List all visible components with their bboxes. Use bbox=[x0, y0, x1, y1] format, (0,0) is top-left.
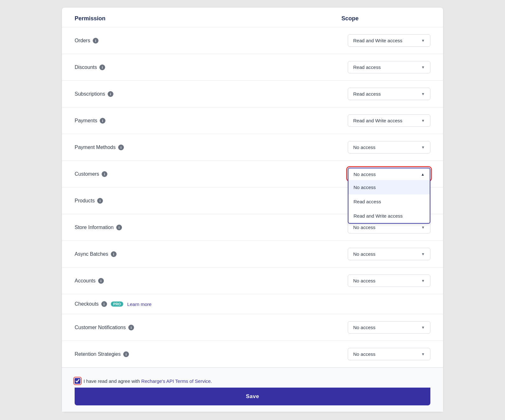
customer-notifications-label: Customer Notifications i bbox=[75, 325, 134, 330]
async-batches-chevron-down-icon: ▼ bbox=[421, 252, 425, 256]
permission-column-header: Permission bbox=[75, 15, 105, 22]
permissions-table: Permission Scope Orders i Read and Write… bbox=[62, 8, 443, 368]
row-orders: Orders i Read and Write access ▼ bbox=[62, 27, 443, 54]
orders-dropdown-container: Read and Write access ▼ bbox=[348, 34, 430, 47]
store-information-text: Store Information bbox=[75, 225, 114, 230]
payments-chevron-down-icon: ▼ bbox=[421, 119, 425, 123]
orders-text: Orders bbox=[75, 38, 90, 44]
scope-column-header: Scope bbox=[341, 15, 430, 22]
payments-label: Payments i bbox=[75, 118, 105, 124]
accounts-dropdown-container: No access ▼ bbox=[348, 274, 430, 287]
row-async-batches: Async Batches i No access ▼ bbox=[62, 241, 443, 268]
discounts-scope-value: Read access bbox=[353, 64, 381, 70]
row-customers: Customers i No access ▲ No access Read a… bbox=[62, 161, 443, 187]
accounts-scope-value: No access bbox=[353, 278, 375, 283]
customers-info-icon[interactable]: i bbox=[102, 171, 107, 177]
customers-option-no-access[interactable]: No access bbox=[348, 180, 430, 194]
payment-methods-label: Payment Methods i bbox=[75, 145, 124, 150]
accounts-chevron-down-icon: ▼ bbox=[421, 279, 425, 283]
payment-methods-info-icon[interactable]: i bbox=[118, 145, 124, 150]
payment-methods-dropdown-container: No access ▼ bbox=[348, 141, 430, 153]
discounts-dropdown[interactable]: Read access ▼ bbox=[348, 61, 430, 73]
retention-strategies-scope-value: No access bbox=[353, 351, 375, 357]
permissions-panel: Permission Scope Orders i Read and Write… bbox=[62, 8, 443, 412]
accounts-text: Accounts bbox=[75, 278, 96, 284]
subscriptions-text: Subscriptions bbox=[75, 91, 105, 97]
payment-methods-chevron-down-icon: ▼ bbox=[421, 145, 425, 150]
products-text: Products bbox=[75, 198, 95, 204]
payments-info-icon[interactable]: i bbox=[100, 118, 105, 124]
row-accounts: Accounts i No access ▼ bbox=[62, 268, 443, 294]
checkouts-info-icon[interactable]: i bbox=[101, 301, 107, 307]
subscriptions-label: Subscriptions i bbox=[75, 91, 113, 97]
customer-notifications-chevron-down-icon: ▼ bbox=[421, 325, 425, 330]
tos-checkbox-wrapper bbox=[75, 378, 80, 384]
subscriptions-dropdown[interactable]: Read access ▼ bbox=[348, 88, 430, 100]
tos-text-before: I have read and agree with bbox=[84, 378, 141, 384]
tos-checkbox[interactable] bbox=[75, 378, 80, 384]
row-checkouts: Checkouts i PRO Learn more bbox=[62, 294, 443, 314]
async-batches-info-icon[interactable]: i bbox=[111, 251, 117, 257]
payment-methods-dropdown[interactable]: No access ▼ bbox=[348, 141, 430, 153]
customer-notifications-scope-value: No access bbox=[353, 325, 375, 330]
customers-label: Customers i bbox=[75, 171, 107, 177]
async-batches-label: Async Batches i bbox=[75, 251, 117, 257]
customer-notifications-dropdown[interactable]: No access ▼ bbox=[348, 321, 430, 334]
accounts-dropdown[interactable]: No access ▼ bbox=[348, 274, 430, 287]
subscriptions-scope-value: Read access bbox=[353, 91, 381, 97]
payments-text: Payments bbox=[75, 118, 97, 124]
discounts-text: Discounts bbox=[75, 64, 97, 70]
retention-strategies-dropdown[interactable]: No access ▼ bbox=[348, 348, 430, 360]
store-information-scope-value: No access bbox=[353, 225, 375, 230]
customers-option-read-write-access[interactable]: Read and Write access bbox=[348, 209, 430, 223]
customer-notifications-text: Customer Notifications bbox=[75, 325, 126, 330]
customers-dropdown-container: No access ▲ No access Read access Read a… bbox=[348, 168, 430, 180]
customers-scope-value: No access bbox=[354, 172, 376, 177]
customers-chevron-up-icon: ▲ bbox=[421, 172, 425, 177]
async-batches-dropdown-container: No access ▼ bbox=[348, 248, 430, 260]
subscriptions-info-icon[interactable]: i bbox=[108, 91, 113, 97]
retention-strategies-chevron-down-icon: ▼ bbox=[421, 352, 425, 356]
customers-dropdown-menu: No access Read access Read and Write acc… bbox=[348, 180, 430, 224]
checkouts-pro-badge: PRO bbox=[111, 301, 124, 307]
async-batches-dropdown[interactable]: No access ▼ bbox=[348, 248, 430, 260]
tos-link[interactable]: Recharge's API Terms of Service. bbox=[141, 378, 212, 384]
customers-option-read-access[interactable]: Read access bbox=[348, 194, 430, 209]
row-customer-notifications: Customer Notifications i No access ▼ bbox=[62, 314, 443, 341]
payments-scope-value: Read and Write access bbox=[353, 118, 402, 123]
payment-methods-text: Payment Methods bbox=[75, 145, 116, 150]
row-retention-strategies: Retention Strategies i No access ▼ bbox=[62, 341, 443, 368]
retention-strategies-text: Retention Strategies bbox=[75, 351, 121, 357]
orders-scope-value: Read and Write access bbox=[353, 38, 402, 43]
store-information-info-icon[interactable]: i bbox=[116, 225, 122, 230]
customer-notifications-dropdown-container: No access ▼ bbox=[348, 321, 430, 334]
async-batches-scope-value: No access bbox=[353, 251, 375, 257]
save-button[interactable]: Save bbox=[75, 388, 430, 405]
customer-notifications-info-icon[interactable]: i bbox=[128, 325, 134, 330]
accounts-label: Accounts i bbox=[75, 278, 104, 284]
footer: I have read and agree with Recharge's AP… bbox=[62, 368, 443, 412]
payments-dropdown[interactable]: Read and Write access ▼ bbox=[348, 114, 430, 127]
retention-strategies-info-icon[interactable]: i bbox=[123, 351, 129, 357]
customers-dropdown[interactable]: No access ▲ bbox=[348, 168, 430, 180]
products-info-icon[interactable]: i bbox=[97, 198, 103, 204]
row-payments: Payments i Read and Write access ▼ bbox=[62, 107, 443, 134]
orders-info-icon[interactable]: i bbox=[93, 38, 98, 44]
products-label: Products i bbox=[75, 198, 103, 204]
retention-strategies-dropdown-container: No access ▼ bbox=[348, 348, 430, 360]
subscriptions-chevron-down-icon: ▼ bbox=[421, 92, 425, 96]
discounts-info-icon[interactable]: i bbox=[99, 64, 105, 70]
discounts-dropdown-container: Read access ▼ bbox=[348, 61, 430, 73]
discounts-label: Discounts i bbox=[75, 64, 105, 70]
accounts-info-icon[interactable]: i bbox=[98, 278, 104, 284]
checkouts-learn-more-link[interactable]: Learn more bbox=[127, 301, 152, 307]
async-batches-text: Async Batches bbox=[75, 251, 108, 257]
checkouts-text: Checkouts bbox=[75, 301, 99, 307]
row-subscriptions: Subscriptions i Read access ▼ bbox=[62, 81, 443, 107]
discounts-chevron-down-icon: ▼ bbox=[421, 65, 425, 70]
retention-strategies-label: Retention Strategies i bbox=[75, 351, 129, 357]
orders-dropdown[interactable]: Read and Write access ▼ bbox=[348, 34, 430, 47]
row-payment-methods: Payment Methods i No access ▼ bbox=[62, 134, 443, 161]
table-header: Permission Scope bbox=[62, 8, 443, 27]
customers-text: Customers bbox=[75, 171, 99, 177]
